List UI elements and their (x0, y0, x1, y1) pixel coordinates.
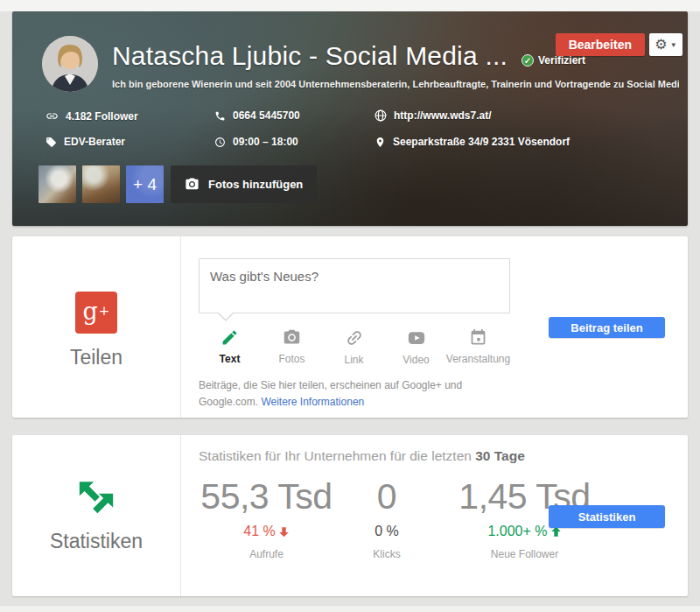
chevron-down-icon: ▼ (670, 41, 677, 49)
google-plus-icon: g+ (75, 292, 117, 334)
tab-video-label: Video (402, 354, 429, 366)
link-icon (46, 109, 59, 123)
arrow-down-icon (278, 526, 290, 538)
tag-icon (46, 137, 57, 148)
edit-button[interactable]: Bearbeiten (556, 33, 645, 56)
verified-badge: ✓ Verifiziert (522, 54, 585, 67)
video-icon (407, 328, 426, 348)
profile-description: Ich bin geborene Wienerin und seit 2004 … (112, 79, 679, 89)
composer-placeholder: Was gibt's Neues? (210, 269, 318, 284)
gplus-g-glyph: g (83, 299, 98, 323)
tab-veranstaltung[interactable]: Veranstaltung (447, 328, 509, 366)
clock-icon (214, 137, 226, 148)
category-label: EDV-Berater (64, 136, 125, 148)
category-info: EDV-Berater (46, 136, 125, 148)
verified-label: Verifiziert (538, 54, 585, 67)
avatar-image (42, 36, 98, 92)
hours-text: 09:00 – 18:00 (233, 136, 298, 148)
views-label: Aufrufe (249, 548, 284, 560)
clicks-change: 0 % (374, 524, 399, 539)
tab-veranstaltung-label: Veranstaltung (446, 353, 510, 365)
globe-icon (374, 109, 387, 122)
add-photos-label: Fotos hinzufügen (208, 178, 303, 191)
tab-link-label: Link (344, 354, 363, 366)
settings-menu-button[interactable]: ⚙ ▼ (649, 33, 682, 56)
followers-change-value: 1.000+ % (487, 524, 547, 539)
clicks-change-value: 0 % (374, 524, 399, 539)
page-bottom-strip (0, 606, 700, 612)
link-icon (345, 328, 364, 348)
add-photos-button[interactable]: Fotos hinzufügen (171, 165, 317, 203)
clicks-label: Klicks (373, 548, 400, 560)
address-info: Seeparkstraße 34/9 2331 Vösendorf (374, 136, 570, 148)
phone-info: 0664 5445700 (214, 109, 300, 122)
open-statistics-button[interactable]: Statistiken (549, 505, 665, 528)
photo-thumbnail-2[interactable] (82, 165, 120, 203)
views-change-value: 41 % (243, 524, 275, 539)
gear-icon: ⚙ (654, 38, 667, 52)
tab-fotos-label: Fotos (278, 353, 304, 365)
share-post-button[interactable]: Beitrag teilen (549, 317, 665, 338)
tab-fotos[interactable]: Fotos (261, 328, 323, 366)
website-info[interactable]: http://www.wds7.at/ (374, 109, 492, 122)
phone-number: 0664 5445700 (233, 109, 300, 122)
followers-label: Neue Follower (491, 548, 558, 560)
share-section-label: Teilen (70, 346, 122, 369)
stats-headline-period: 30 Tage (475, 448, 525, 463)
page-title: Natascha Ljubic - Social Media ... (112, 41, 508, 71)
insights-arrows-icon (76, 479, 116, 518)
metric-views: 55,3 Tsd 41 % Aufrufe (199, 478, 334, 560)
tab-video[interactable]: Video (385, 328, 447, 366)
share-section: g+ Teilen Was gibt's Neues? Text Fotos L… (12, 236, 688, 418)
stats-left-column: Statistiken (12, 435, 181, 596)
followers-count: 4.182 Follower (66, 110, 138, 123)
profile-header: Natascha Ljubic - Social Media ... ✓ Ver… (12, 11, 688, 226)
pin-icon (374, 137, 386, 148)
verified-check-icon: ✓ (522, 54, 534, 67)
more-info-link[interactable]: Weitere Informationen (261, 396, 364, 408)
views-value: 55,3 Tsd (200, 478, 332, 516)
tab-link[interactable]: Link (323, 328, 385, 366)
post-composer-input[interactable]: Was gibt's Neues? (199, 258, 510, 313)
title-row: Natascha Ljubic - Social Media ... ✓ Ver… (112, 41, 585, 71)
followers-info: 4.182 Follower (46, 109, 138, 123)
gplus-plus-glyph: + (99, 305, 110, 318)
metric-clicks: 0 0 % Klicks (334, 478, 439, 560)
photo-thumbnail-1[interactable] (38, 165, 76, 203)
stats-headline: Statistiken für Ihr Unternehmen für die … (199, 448, 688, 464)
camera-icon (185, 177, 200, 192)
share-left-column: g+ Teilen (12, 236, 181, 418)
camera-icon (283, 328, 301, 347)
event-icon (469, 328, 487, 347)
page-top-strip (0, 0, 700, 11)
views-change: 41 % (243, 524, 289, 539)
stats-headline-prefix: Statistiken für Ihr Unternehmen für die … (199, 448, 472, 463)
website-url: http://www.wds7.at/ (394, 109, 492, 122)
stats-section: Statistiken Statistiken für Ihr Unterneh… (12, 435, 688, 596)
tab-text-label: Text (220, 353, 241, 365)
phone-icon (214, 110, 226, 122)
stats-section-label: Statistiken (50, 530, 143, 553)
hours-info: 09:00 – 18:00 (214, 136, 298, 148)
avatar[interactable] (42, 36, 98, 92)
pencil-icon (220, 328, 239, 347)
more-photos-tile[interactable]: + 4 (126, 165, 164, 203)
composer-tabs: Text Fotos Link Video Veranstaltung (199, 328, 514, 366)
photos-row: + 4 Fotos hinzufügen (38, 165, 317, 203)
clicks-value: 0 (377, 478, 396, 516)
address-text: Seeparkstraße 34/9 2331 Vösendorf (393, 136, 570, 148)
tab-text[interactable]: Text (199, 328, 261, 366)
share-footer-note: Beiträge, die Sie hier teilen, erscheine… (199, 377, 522, 410)
